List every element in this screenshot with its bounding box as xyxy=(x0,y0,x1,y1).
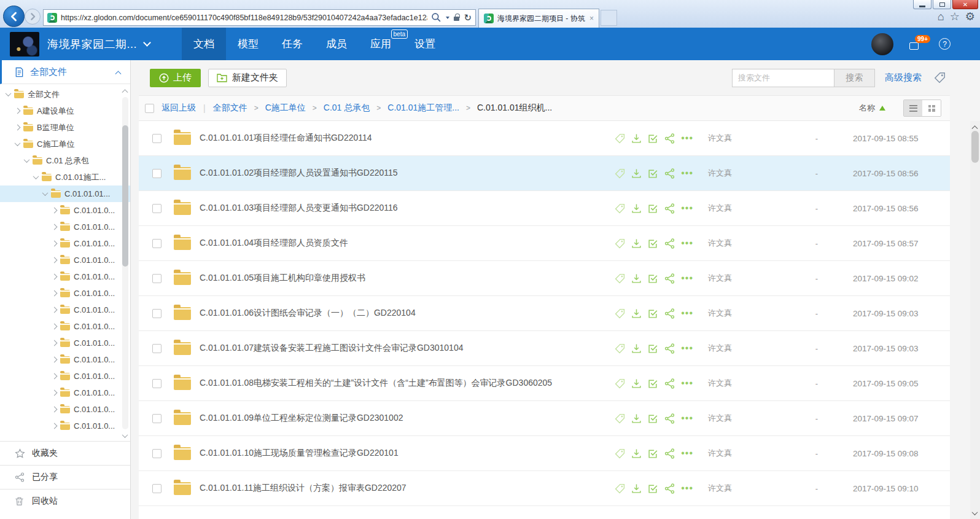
download-action-icon[interactable] xyxy=(631,343,642,354)
tree-item[interactable]: C施工单位 xyxy=(0,136,130,152)
scrollbar-thumb[interactable] xyxy=(122,125,128,267)
more-actions-icon[interactable]: ••• xyxy=(681,275,693,281)
row-checkbox[interactable] xyxy=(152,134,161,143)
more-actions-icon[interactable]: ••• xyxy=(681,240,693,246)
tree-item[interactable]: C.01.01.0... xyxy=(0,368,130,384)
file-name-link[interactable]: C.01.01.01.02项目经理部人员设置通知书GD220115 xyxy=(200,168,615,179)
tag-action-icon[interactable] xyxy=(615,133,625,144)
tree-item[interactable]: C.01.01.0... xyxy=(0,318,130,335)
tree-chevron-icon[interactable] xyxy=(52,224,58,230)
grid-view-button[interactable] xyxy=(922,100,941,116)
tree-chevron-icon[interactable] xyxy=(15,108,21,114)
download-action-icon[interactable] xyxy=(631,483,642,494)
more-actions-icon[interactable]: ••• xyxy=(681,310,693,316)
sidebar-header-all-files[interactable]: 全部文件 xyxy=(0,60,130,84)
table-row[interactable]: C.01.01.01.09单位工程坐标定位测量记录GD2301002 ••• 许… xyxy=(139,401,950,436)
table-row[interactable]: C.01.01.01.06设计图纸会审记录（一）（二）GD220104 ••• … xyxy=(139,296,950,331)
table-row[interactable]: C.01.01.01.02项目经理部人员设置通知书GD220115 ••• 许文… xyxy=(139,156,950,191)
download-action-icon[interactable] xyxy=(631,203,642,214)
table-row[interactable]: C.01.01.01.01项目经理任命通知书GD220114 ••• 许文真 -… xyxy=(139,121,950,156)
tag-action-icon[interactable] xyxy=(615,273,625,284)
download-action-icon[interactable] xyxy=(631,448,642,459)
tag-action-icon[interactable] xyxy=(615,343,625,354)
share-action-icon[interactable] xyxy=(664,203,675,214)
share-action-icon[interactable] xyxy=(664,308,675,319)
tree-item[interactable]: C.01.01.0... xyxy=(0,335,130,351)
tree-chevron-icon[interactable] xyxy=(24,157,30,163)
tree-item[interactable]: C.01.01.0... xyxy=(0,384,130,401)
window-close-button[interactable]: ✕ xyxy=(952,0,978,9)
tag-icon[interactable] xyxy=(934,72,946,84)
share-action-icon[interactable] xyxy=(664,483,675,494)
more-actions-icon[interactable]: ••• xyxy=(681,170,693,176)
download-action-icon[interactable] xyxy=(631,133,642,144)
scroll-down-icon[interactable] xyxy=(972,509,978,515)
table-row[interactable]: C.01.01.01.11施工组织设计（方案）报审表GD220207 ••• 许… xyxy=(139,471,950,506)
download-action-icon[interactable] xyxy=(631,273,642,284)
approve-action-icon[interactable] xyxy=(648,448,658,459)
tree-chevron-icon[interactable] xyxy=(6,90,12,96)
file-name-link[interactable]: C.01.01.01.01项目经理任命通知书GD220114 xyxy=(200,133,615,144)
tree-scrollbar[interactable] xyxy=(122,88,129,438)
tree-item[interactable]: C.01.01.0... xyxy=(0,252,130,268)
more-actions-icon[interactable]: ••• xyxy=(681,380,693,386)
share-action-icon[interactable] xyxy=(664,378,675,389)
tree-item[interactable]: C.01.01.0... xyxy=(0,268,130,285)
file-name-link[interactable]: C.01.01.01.07建筑设备安装工程施工图设计文件会审记录GD301010… xyxy=(200,343,615,354)
table-row[interactable]: C.01.01.01.07建筑设备安装工程施工图设计文件会审记录GD301010… xyxy=(139,331,950,366)
tree-chevron-icon[interactable] xyxy=(52,340,58,346)
more-actions-icon[interactable]: ••• xyxy=(681,135,693,141)
tree-chevron-icon[interactable] xyxy=(15,140,21,146)
share-action-icon[interactable] xyxy=(664,273,675,284)
tree-chevron-icon[interactable] xyxy=(52,241,58,247)
more-actions-icon[interactable]: ••• xyxy=(681,205,693,211)
tree-item[interactable]: C.01.01.0... xyxy=(0,235,130,252)
row-checkbox[interactable] xyxy=(152,309,161,318)
share-action-icon[interactable] xyxy=(664,413,675,424)
refresh-icon[interactable]: ↻ xyxy=(464,13,472,22)
user-avatar[interactable] xyxy=(871,33,893,55)
file-name-link[interactable]: C.01.01.01.10施工现场质量管理检查记录GD220101 xyxy=(200,448,615,459)
tree-item[interactable]: C.01.01.0... xyxy=(0,401,130,418)
tree-item[interactable]: 全部文件 xyxy=(0,86,130,103)
sidebar-item-收藏夹[interactable]: 收藏夹 xyxy=(0,441,130,465)
approve-action-icon[interactable] xyxy=(648,133,658,144)
tree-item[interactable]: C.01 总承包 xyxy=(0,152,130,169)
more-actions-icon[interactable]: ••• xyxy=(681,485,693,491)
table-row[interactable]: C.01.01.01.08电梯安装工程相关的“土建”设计文件（含“土建”布置图等… xyxy=(139,366,950,401)
tree-item[interactable]: A建设单位 xyxy=(0,103,130,119)
sidebar-item-回收站[interactable]: 回收站 xyxy=(0,489,130,513)
tree-item[interactable]: C.01.01.01... xyxy=(0,185,130,202)
tag-action-icon[interactable] xyxy=(615,413,625,424)
browser-back-button[interactable] xyxy=(3,6,25,27)
scroll-down-icon[interactable] xyxy=(122,432,128,438)
file-name-link[interactable]: C.01.01.01.05项目施工机构印章使用授权书 xyxy=(200,273,615,284)
browser-forward-button[interactable] xyxy=(25,9,41,25)
tag-action-icon[interactable] xyxy=(615,378,625,389)
tree-item[interactable]: C.01.01.0... xyxy=(0,418,130,434)
tree-chevron-icon[interactable] xyxy=(52,208,58,214)
file-name-link[interactable]: C.01.01.01.03项目经理部人员变更通知书GD220116 xyxy=(200,203,615,214)
tree-chevron-icon[interactable] xyxy=(42,190,49,196)
nav-item-成员[interactable]: 成员 xyxy=(314,28,359,60)
tag-action-icon[interactable] xyxy=(615,483,625,494)
scrollbar-thumb[interactable] xyxy=(971,131,979,163)
sort-ascending-icon[interactable] xyxy=(879,106,885,111)
download-action-icon[interactable] xyxy=(631,238,642,249)
share-action-icon[interactable] xyxy=(664,343,675,354)
share-action-icon[interactable] xyxy=(664,238,675,249)
file-name-link[interactable]: C.01.01.01.04项目经理部人员资质文件 xyxy=(200,238,615,249)
tree-item[interactable]: C.01.01施工... xyxy=(0,169,130,185)
project-switch-chevron-icon[interactable] xyxy=(143,39,151,47)
breadcrumb-item[interactable]: 全部文件 xyxy=(213,103,247,114)
search-dropdown-icon[interactable] xyxy=(446,17,449,19)
nav-item-任务[interactable]: 任务 xyxy=(270,28,314,60)
share-action-icon[interactable] xyxy=(664,168,675,179)
address-bar[interactable]: https://xz.glodon.com/document/ce6590111… xyxy=(43,9,476,26)
back-up-link[interactable]: 返回上级 xyxy=(161,103,196,114)
share-action-icon[interactable] xyxy=(664,133,675,144)
main-scrollbar[interactable] xyxy=(970,121,980,519)
tag-action-icon[interactable] xyxy=(615,238,625,249)
row-checkbox[interactable] xyxy=(152,239,161,248)
file-name-link[interactable]: C.01.01.01.06设计图纸会审记录（一）（二）GD220104 xyxy=(200,308,615,319)
